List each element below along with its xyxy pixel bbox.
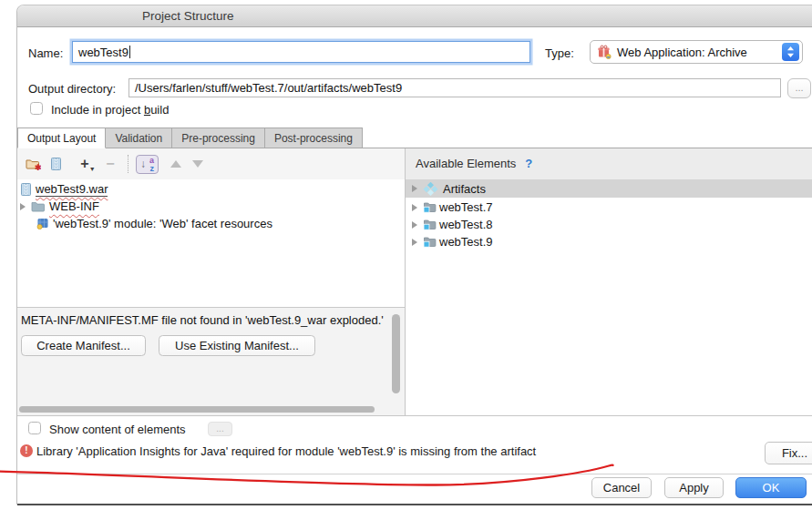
tree-item-label: webTest.8	[439, 218, 493, 231]
dialog-titlebar[interactable]: Project Structure	[17, 5, 812, 27]
manifest-message: META-INF/MANIFEST.MF file not found in '…	[21, 313, 391, 327]
footer-divider	[17, 415, 812, 416]
tab-validation[interactable]: Validation	[106, 128, 172, 148]
tree-item-label: WEB-INF	[49, 199, 99, 213]
project-structure-page: Project Structure Name: webTest9 Type: W…	[0, 0, 812, 510]
error-icon: !	[20, 444, 33, 457]
tab-bar: Output Layout Validation Pre-processing …	[17, 128, 363, 148]
output-directory-value: /Users/farlen/stuff/webTest.7/out/artifa…	[135, 81, 402, 95]
move-down-icon[interactable]	[189, 153, 207, 175]
expand-arrow-icon[interactable]	[412, 185, 417, 192]
more-options-button[interactable]: ...	[208, 422, 232, 436]
show-content-checkbox[interactable]	[28, 422, 41, 434]
svg-text:✱: ✱	[35, 163, 41, 170]
available-elements-header: Available Elements?	[416, 148, 532, 179]
folder-icon	[31, 201, 45, 212]
vertical-scrollbar[interactable]	[392, 314, 400, 393]
name-value: webTest9	[78, 46, 128, 59]
archive-icon	[21, 183, 31, 196]
artifacts-icon	[423, 182, 438, 196]
horizontal-scrollbar[interactable]	[19, 406, 375, 413]
tab-post-processing[interactable]: Post-processing	[265, 128, 363, 148]
dialog-title: Project Structure	[142, 5, 234, 27]
name-label: Name:	[28, 46, 63, 60]
ok-button[interactable]: OK	[735, 477, 807, 498]
dropdown-stepper-icon[interactable]	[782, 43, 799, 61]
name-input[interactable]: webTest9	[72, 41, 530, 63]
tree-item-facet-resources[interactable]: 'webTest.9' module: 'Web' facet resource…	[36, 215, 272, 232]
artifact-package-icon	[597, 45, 612, 59]
buttonbar-divider	[17, 474, 812, 474]
help-icon[interactable]: ?	[525, 157, 532, 170]
layout-toolbar: ✱ +▼ − ↓ a z	[23, 152, 207, 176]
include-in-build-label: Include in project build	[51, 103, 169, 117]
fix-button[interactable]: Fix...	[765, 442, 812, 464]
sort-alphabetically-icon[interactable]: ↓ a z	[136, 155, 159, 174]
web-facet-icon	[36, 218, 49, 230]
expand-arrow-icon[interactable]	[412, 239, 417, 246]
tree-item-war-root[interactable]: webTest9.war	[21, 180, 108, 198]
expand-arrow-icon[interactable]	[412, 221, 417, 229]
create-archive-icon[interactable]	[46, 153, 66, 175]
move-up-icon[interactable]	[167, 153, 185, 175]
expand-arrow-icon[interactable]	[412, 204, 417, 211]
tab-pre-processing[interactable]: Pre-processing	[172, 128, 265, 148]
add-icon[interactable]: +▼	[73, 153, 97, 175]
text-caret	[129, 46, 130, 58]
tree-item-label: webTest.9	[439, 235, 493, 249]
output-directory-input[interactable]: /Users/farlen/stuff/webTest.7/out/artifa…	[128, 78, 781, 97]
expand-arrow-icon[interactable]	[20, 203, 26, 210]
tree-item-artifacts[interactable]: Artifacts	[412, 179, 486, 198]
remove-icon[interactable]: −	[102, 153, 118, 175]
module-icon	[423, 219, 437, 230]
window-bottom-edge	[17, 504, 812, 505]
output-directory-label: Output directory:	[28, 82, 116, 96]
module-icon	[423, 236, 437, 248]
tree-item-web-inf[interactable]: WEB-INF	[20, 198, 99, 215]
include-in-build-checkbox[interactable]	[30, 102, 43, 115]
type-value: Web Application: Archive	[617, 46, 747, 59]
tree-item-label: 'webTest.9' module: 'Web' facet resource…	[53, 217, 272, 230]
manifest-panel: META-INF/MANIFEST.MF file not found in '…	[17, 307, 405, 415]
apply-button[interactable]: Apply	[664, 477, 724, 498]
type-label: Type:	[545, 46, 574, 60]
use-existing-manifest-button[interactable]: Use Existing Manifest...	[159, 335, 315, 356]
tree-item-label: Artifacts	[443, 182, 486, 196]
tree-item-webtest7[interactable]: webTest.7	[412, 199, 493, 216]
add-directory-icon[interactable]: ✱	[23, 153, 43, 175]
tree-item-label: webTest9.war	[36, 182, 108, 197]
module-icon	[423, 201, 437, 213]
project-structure-dialog: Project Structure Name: webTest9 Type: W…	[16, 5, 812, 505]
show-content-label: Show content of elements	[49, 423, 186, 436]
type-select[interactable]: Web Application: Archive	[590, 40, 803, 64]
tree-item-label: webTest.7	[439, 200, 493, 214]
create-manifest-button[interactable]: Create Manifest...	[21, 335, 146, 356]
tab-output-layout[interactable]: Output Layout	[17, 128, 106, 148]
toolbar-separator	[128, 155, 128, 173]
tree-item-webtest9[interactable]: webTest.9	[412, 233, 493, 250]
browse-button[interactable]: ...	[787, 78, 811, 98]
error-message: Library 'Application Insights for Java' …	[36, 444, 536, 458]
cancel-button[interactable]: Cancel	[591, 477, 652, 498]
tree-item-webtest8[interactable]: webTest.8	[412, 216, 493, 233]
